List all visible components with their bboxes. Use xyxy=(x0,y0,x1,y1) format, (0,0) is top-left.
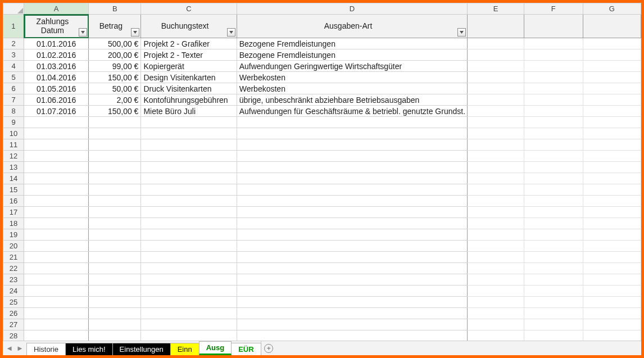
cell-empty[interactable] xyxy=(468,241,524,252)
cell-empty[interactable] xyxy=(583,38,641,49)
column-header-D[interactable]: D xyxy=(237,3,468,15)
column-header-B[interactable]: B xyxy=(89,3,141,15)
cell-empty[interactable] xyxy=(583,106,641,117)
sheet-tab-lies-mich-[interactable]: Lies mich! xyxy=(65,343,113,355)
cell-empty[interactable] xyxy=(141,297,237,308)
cell-text[interactable]: Projekt 2 - Grafiker xyxy=(141,38,237,49)
cell-empty[interactable] xyxy=(468,229,524,241)
cell-empty[interactable] xyxy=(89,308,141,319)
cell-amount[interactable]: 150,00 € xyxy=(89,106,141,117)
cell-empty[interactable] xyxy=(524,319,583,330)
cell-empty[interactable] xyxy=(24,229,89,241)
cell-empty[interactable] xyxy=(24,151,89,162)
cell-empty[interactable] xyxy=(583,83,641,94)
cell-empty[interactable] xyxy=(468,83,524,94)
row-header[interactable]: 7 xyxy=(3,94,24,106)
cell-empty[interactable] xyxy=(141,274,237,286)
row-header[interactable]: 8 xyxy=(3,106,24,117)
cell-empty[interactable] xyxy=(524,38,583,49)
cell-empty[interactable] xyxy=(237,274,468,286)
cell-category[interactable]: Aufwendungen Geringwertige Wirtschaftsgü… xyxy=(237,61,468,72)
cell-text[interactable]: Kontoführungsgebühren xyxy=(141,94,237,106)
cell-empty[interactable] xyxy=(89,319,141,330)
cell-empty[interactable] xyxy=(89,184,141,196)
cell-category[interactable]: Werbekosten xyxy=(237,83,468,94)
tab-nav-next[interactable]: ► xyxy=(16,344,24,352)
sheet-tab-e-r[interactable]: EÜR xyxy=(231,343,261,355)
cell-empty[interactable] xyxy=(524,297,583,308)
cell-empty[interactable] xyxy=(468,106,524,117)
row-header[interactable]: 11 xyxy=(3,139,24,151)
row-header[interactable]: 23 xyxy=(3,274,24,286)
cell-empty[interactable] xyxy=(583,263,641,274)
cell-empty[interactable] xyxy=(583,162,641,173)
cell-category[interactable]: übrige, unbeschränkt abziehbare Betriebs… xyxy=(237,94,468,106)
sheet-tab-einstellungen[interactable]: Einstellungen xyxy=(112,343,171,355)
cell-date[interactable]: 01.07.2016 xyxy=(24,106,89,117)
cell-empty[interactable] xyxy=(524,173,583,184)
cell-empty[interactable] xyxy=(89,274,141,286)
filter-button-B[interactable] xyxy=(131,28,139,37)
row-header[interactable]: 24 xyxy=(3,286,24,297)
row-header[interactable]: 17 xyxy=(3,207,24,218)
cell-empty[interactable] xyxy=(24,184,89,196)
cell-empty[interactable] xyxy=(524,83,583,94)
cell-empty[interactable] xyxy=(237,162,468,173)
filter-button-A[interactable] xyxy=(79,28,87,37)
cell-empty[interactable] xyxy=(468,207,524,218)
cell-empty[interactable] xyxy=(89,297,141,308)
cell-empty[interactable] xyxy=(24,286,89,297)
cell-empty[interactable] xyxy=(24,241,89,252)
cell-empty[interactable] xyxy=(524,49,583,61)
cell-empty[interactable] xyxy=(583,151,641,162)
tab-nav-prev[interactable]: ◄ xyxy=(6,344,13,352)
cell-empty[interactable] xyxy=(583,297,641,308)
header-empty-G[interactable] xyxy=(583,15,641,38)
cell-empty[interactable] xyxy=(583,229,641,241)
cell-empty[interactable] xyxy=(237,263,468,274)
cell-empty[interactable] xyxy=(583,319,641,330)
sheet-tab-ausg[interactable]: Ausg xyxy=(199,341,232,355)
cell-empty[interactable] xyxy=(89,139,141,151)
cell-empty[interactable] xyxy=(583,218,641,229)
cell-category[interactable]: Bezogene Fremdleistungen xyxy=(237,38,468,49)
cell-empty[interactable] xyxy=(237,330,468,341)
cell-empty[interactable] xyxy=(24,263,89,274)
cell-empty[interactable] xyxy=(524,286,583,297)
cell-empty[interactable] xyxy=(468,38,524,49)
sheet-tab-einn[interactable]: Einn xyxy=(170,343,199,355)
row-header[interactable]: 20 xyxy=(3,241,24,252)
cell-empty[interactable] xyxy=(524,162,583,173)
cell-empty[interactable] xyxy=(524,274,583,286)
cell-empty[interactable] xyxy=(141,162,237,173)
column-header-G[interactable]: G xyxy=(583,3,641,15)
cell-date[interactable]: 01.05.2016 xyxy=(24,83,89,94)
cell-empty[interactable] xyxy=(524,229,583,241)
cell-empty[interactable] xyxy=(24,308,89,319)
cell-date[interactable]: 01.06.2016 xyxy=(24,94,89,106)
row-header[interactable]: 2 xyxy=(3,38,24,49)
cell-empty[interactable] xyxy=(237,117,468,128)
cell-empty[interactable] xyxy=(583,286,641,297)
cell-empty[interactable] xyxy=(524,218,583,229)
row-header[interactable]: 16 xyxy=(3,196,24,207)
header-buchungstext[interactable]: Buchungstext xyxy=(141,15,237,38)
cell-empty[interactable] xyxy=(583,184,641,196)
cell-empty[interactable] xyxy=(468,61,524,72)
cell-text[interactable]: Druck Visitenkarten xyxy=(141,83,237,94)
cell-empty[interactable] xyxy=(89,128,141,139)
cell-empty[interactable] xyxy=(468,184,524,196)
cell-empty[interactable] xyxy=(89,241,141,252)
cell-date[interactable]: 01.02.2016 xyxy=(24,49,89,61)
row-header[interactable]: 18 xyxy=(3,218,24,229)
cell-empty[interactable] xyxy=(583,241,641,252)
cell-empty[interactable] xyxy=(237,286,468,297)
worksheet-grid[interactable]: A B C D E F G 1 Zahlungs Datum Betrag xyxy=(3,3,641,341)
cell-empty[interactable] xyxy=(141,173,237,184)
cell-empty[interactable] xyxy=(24,128,89,139)
cell-empty[interactable] xyxy=(468,72,524,83)
cell-empty[interactable] xyxy=(524,207,583,218)
row-header[interactable]: 5 xyxy=(3,72,24,83)
cell-empty[interactable] xyxy=(468,162,524,173)
cell-empty[interactable] xyxy=(237,319,468,330)
